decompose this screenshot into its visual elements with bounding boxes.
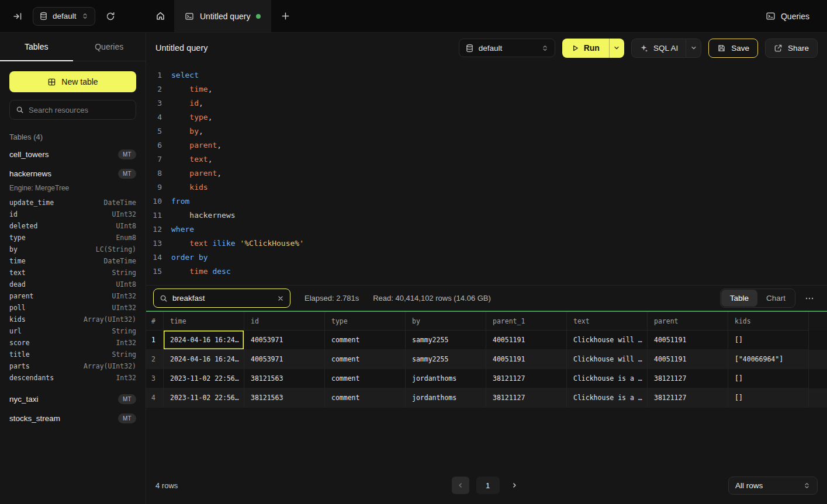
query-database-value: default	[479, 44, 537, 53]
table-cell[interactable]: 2024-04-16 16:24…	[164, 331, 244, 350]
results-search-input[interactable]	[172, 294, 272, 303]
more-options-button[interactable]	[801, 290, 818, 307]
column-header-kids[interactable]: kids	[728, 312, 809, 331]
column-header-time[interactable]: time	[164, 312, 244, 331]
code-text: time,	[171, 82, 212, 96]
table-cell[interactable]: 40051191	[648, 331, 728, 350]
line-number: 10	[146, 194, 162, 208]
previous-page-button[interactable]	[452, 477, 469, 494]
table-cell[interactable]: sammy2255	[406, 350, 486, 369]
table-cell[interactable]: 2023-11-02 22:56…	[164, 388, 244, 408]
table-cell[interactable]: 2023-11-02 22:56…	[164, 369, 244, 388]
sql-editor[interactable]: 1select2 time,3 id,4 type,5 by,6 parent,…	[146, 63, 827, 285]
sidebar-table-nyc_taxi[interactable]: nyc_taxiMT	[9, 390, 136, 409]
sidebar-table-stocks_stream[interactable]: stocks_streamMT	[9, 409, 136, 428]
run-options-button[interactable]	[609, 39, 624, 58]
line-number: 11	[146, 208, 162, 223]
resource-search-input[interactable]	[29, 106, 132, 114]
code-text: id,	[171, 96, 203, 110]
table-cell[interactable]: jordanthoms	[406, 369, 486, 388]
table-cell[interactable]: 40053971	[244, 350, 325, 369]
home-tab[interactable]	[146, 0, 174, 32]
table-cell[interactable]: []	[728, 388, 809, 408]
refresh-button[interactable]	[101, 7, 120, 26]
query-tab-untitled[interactable]: Untitled query	[174, 0, 271, 32]
table-cell[interactable]: 38121563	[244, 369, 325, 388]
code-line: 10from	[146, 194, 827, 208]
column-header-by[interactable]: by	[406, 312, 486, 331]
database-selector-value: default	[53, 12, 77, 20]
table-cell[interactable]: comment	[325, 350, 406, 369]
table-cell[interactable]: 40051191	[486, 350, 567, 369]
table-cell[interactable]: 38121127	[486, 388, 567, 408]
plus-icon	[281, 12, 290, 20]
query-header: Untitled query default	[146, 33, 827, 63]
database-selector[interactable]: default	[33, 7, 95, 26]
query-database-selector[interactable]: default	[459, 39, 555, 57]
clear-search-button[interactable]	[277, 295, 284, 302]
column-header-parent[interactable]: parent	[648, 312, 728, 331]
new-table-button[interactable]: New table	[9, 71, 136, 92]
sql-ai-options-button[interactable]	[686, 39, 701, 58]
sidebar-tab-queries[interactable]: Queries	[73, 33, 146, 61]
sidebar-tab-tables[interactable]: Tables	[0, 33, 73, 61]
line-number: 13	[146, 237, 162, 251]
collapse-sidebar-button[interactable]	[8, 7, 27, 26]
table-cell[interactable]: 40051191	[486, 331, 567, 350]
table-cell[interactable]: comment	[325, 388, 406, 408]
column-header-text[interactable]: text	[567, 312, 648, 331]
code-line: 6 parent,	[146, 138, 827, 152]
row-index[interactable]: 2	[146, 350, 164, 369]
column-type: UInt8	[116, 222, 136, 230]
arrow-to-bar-icon	[13, 12, 22, 21]
row-index[interactable]: 3	[146, 369, 164, 388]
column-header-type[interactable]: type	[325, 312, 406, 331]
table-cell[interactable]: ["40066964"]	[728, 350, 809, 369]
table-cell[interactable]: 38121127	[648, 369, 728, 388]
table-cell[interactable]: Clickhouse is a …	[567, 369, 648, 388]
table-cell[interactable]: 2024-04-16 16:24…	[164, 350, 244, 369]
table-cell[interactable]: 38121127	[648, 388, 728, 408]
table-cell[interactable]: Clickhouse will …	[567, 350, 648, 369]
table-cell[interactable]: sammy2255	[406, 331, 486, 350]
table-cell[interactable]: jordanthoms	[406, 388, 486, 408]
column-name: parts	[9, 362, 30, 370]
sidebar-table-cell_towers[interactable]: cell_towersMT	[9, 145, 136, 164]
table-cell[interactable]: 38121563	[244, 388, 325, 408]
sql-ai-button[interactable]: SQL AI	[631, 39, 686, 58]
table-cell[interactable]: 40053971	[244, 331, 325, 350]
page-size-selector[interactable]: All rows	[728, 477, 818, 495]
column-row: update_timeDateTime	[9, 197, 136, 208]
table-cell[interactable]: comment	[325, 331, 406, 350]
table-cell[interactable]: Clickhouse is a …	[567, 388, 648, 408]
column-header-parent_1[interactable]: parent_1	[486, 312, 567, 331]
code-line: 14order by	[146, 251, 827, 265]
table-cell[interactable]: 38121127	[486, 369, 567, 388]
table-cell[interactable]: []	[728, 369, 809, 388]
run-button[interactable]: Run	[562, 39, 609, 58]
line-number: 6	[146, 138, 162, 152]
table-cell[interactable]: []	[728, 331, 809, 350]
row-count-label: 4 rows	[155, 481, 178, 490]
save-button[interactable]: Save	[708, 39, 758, 58]
column-type: String	[112, 327, 136, 335]
share-button-label: Share	[788, 44, 809, 53]
table-cell[interactable]: Clickhouse will …	[567, 331, 648, 350]
sidebar-table-hackernews[interactable]: hackernewsMT	[9, 164, 136, 183]
table-cell[interactable]: 40051191	[648, 350, 728, 369]
column-row: pollUInt32	[9, 302, 136, 314]
column-header-index[interactable]: #	[146, 312, 164, 331]
new-tab-button[interactable]	[271, 0, 299, 32]
column-header-id[interactable]: id	[244, 312, 325, 331]
queries-button[interactable]: Queries	[760, 8, 815, 25]
search-icon	[16, 106, 24, 114]
table-cell[interactable]: comment	[325, 369, 406, 388]
view-toggle-chart[interactable]: Chart	[757, 290, 794, 307]
share-button[interactable]: Share	[765, 39, 818, 58]
row-index[interactable]: 1	[146, 331, 164, 350]
current-page-indicator[interactable]: 1	[476, 477, 500, 494]
row-index[interactable]: 4	[146, 388, 164, 408]
view-toggle-table[interactable]: Table	[721, 290, 757, 307]
up-down-chevron-icon	[541, 44, 549, 52]
next-page-button[interactable]	[507, 477, 522, 494]
